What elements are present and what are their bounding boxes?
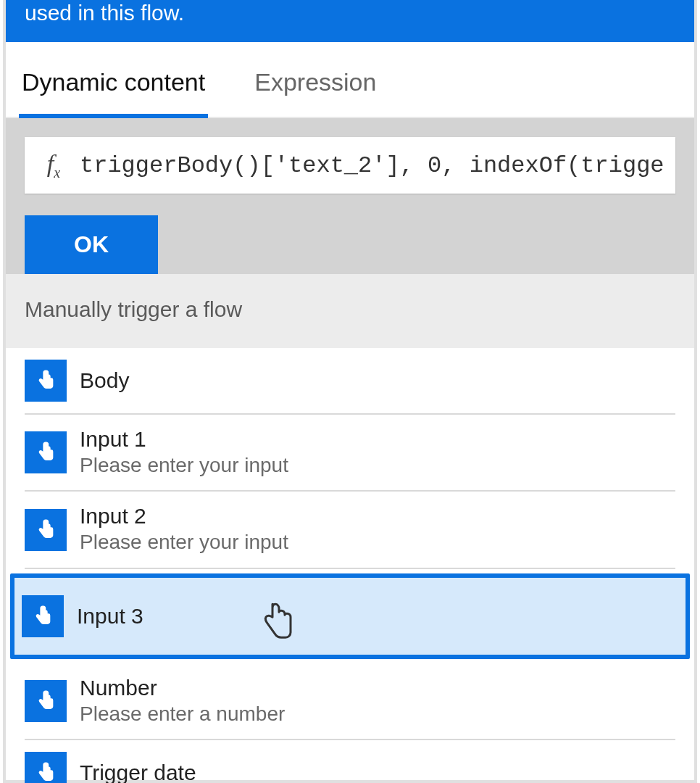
- content-item-input3-highlighted[interactable]: Input 3: [10, 573, 690, 659]
- touch-icon: [25, 752, 67, 783]
- tab-label: Dynamic content: [22, 68, 205, 96]
- info-banner-text: used in this flow.: [25, 1, 184, 25]
- content-item-input2[interactable]: Input 2 Please enter your input: [25, 492, 675, 568]
- section-header-text: Manually trigger a flow: [25, 297, 242, 321]
- content-item-triggerdate[interactable]: Trigger date: [25, 740, 675, 783]
- touch-icon: [25, 509, 67, 551]
- ok-button-label: OK: [74, 231, 109, 257]
- item-subtitle: Please enter your input: [80, 529, 288, 555]
- formula-box[interactable]: fx triggerBody()['text_2'], 0, indexOf(t…: [25, 137, 675, 194]
- formula-input[interactable]: triggerBody()['text_2'], 0, indexOf(trig…: [74, 152, 667, 179]
- tab-bar: Dynamic content Expression: [6, 42, 694, 118]
- tab-dynamic-content[interactable]: Dynamic content: [19, 58, 208, 117]
- touch-icon: [25, 360, 67, 402]
- tab-expression[interactable]: Expression: [251, 58, 379, 117]
- tab-label: Expression: [254, 68, 376, 96]
- item-title: Trigger date: [80, 760, 196, 783]
- expression-editor-area: fx triggerBody()['text_2'], 0, indexOf(t…: [6, 118, 694, 274]
- item-subtitle: Please enter a number: [80, 701, 285, 727]
- content-item-input1[interactable]: Input 1 Please enter your input: [25, 415, 675, 492]
- touch-icon: [25, 680, 67, 722]
- trigger-section-header: Manually trigger a flow: [6, 274, 694, 348]
- dynamic-content-list-continued: Number Please enter a number Trigger dat…: [6, 663, 694, 783]
- ok-button[interactable]: OK: [25, 215, 158, 274]
- content-item-number[interactable]: Number Please enter a number: [25, 663, 675, 740]
- dynamic-content-panel: used in this flow. Dynamic content Expre…: [3, 0, 697, 783]
- content-item-body[interactable]: Body: [25, 348, 675, 415]
- item-title: Input 2: [80, 503, 288, 529]
- item-subtitle: Please enter your input: [80, 452, 288, 478]
- item-title: Input 1: [80, 426, 288, 452]
- info-banner: used in this flow.: [6, 0, 694, 42]
- touch-icon: [25, 431, 67, 473]
- content-item-input3[interactable]: Input 3: [22, 581, 678, 652]
- dynamic-content-list: Body Input 1 Please enter your input Inp…: [6, 348, 694, 569]
- fx-icon: fx: [33, 150, 74, 181]
- item-title: Input 3: [77, 603, 143, 629]
- item-title: Body: [80, 368, 129, 394]
- touch-icon: [22, 595, 64, 637]
- item-title: Number: [80, 675, 285, 701]
